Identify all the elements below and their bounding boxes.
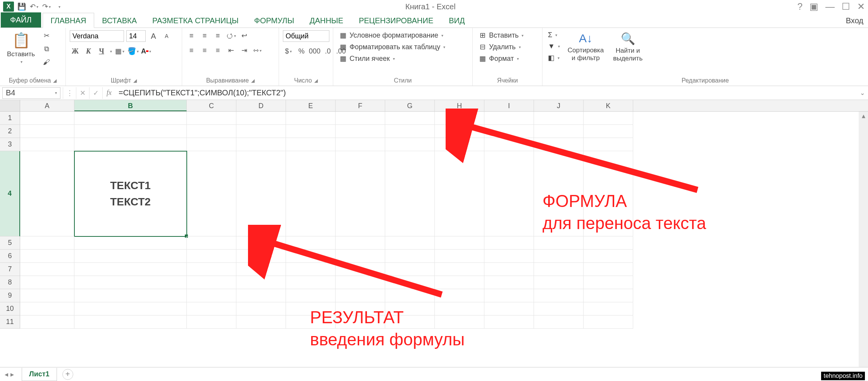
undo-icon[interactable]: ↶▾ — [29, 2, 39, 11]
minimise-icon[interactable]: — — [825, 1, 835, 12]
indent-increase-icon[interactable]: ⇥ — [239, 45, 250, 56]
sort-filter-button[interactable]: A↓ Сортировка и фильтр — [565, 30, 607, 64]
name-box[interactable]: B4 ▾ — [2, 87, 60, 99]
tab-data[interactable]: ДАННЫЕ — [302, 13, 351, 28]
close-icon[interactable]: ✕ — [857, 1, 865, 12]
autosum-button[interactable]: Σ▾ — [546, 30, 561, 40]
col-header-f[interactable]: F — [336, 100, 385, 111]
col-header-c[interactable]: C — [187, 100, 236, 111]
formula-options-icon[interactable]: ⋮ — [63, 87, 76, 99]
sheet-nav-next-icon[interactable]: ▸ — [10, 370, 14, 379]
cancel-formula-icon[interactable]: ✕ — [76, 87, 89, 99]
merge-center-icon[interactable]: ⇿▾ — [252, 45, 263, 56]
col-header-b[interactable]: B — [74, 100, 187, 111]
cell-styles-button[interactable]: ▦Стили ячеек▾ — [337, 53, 396, 64]
sheet-nav-prev-icon[interactable]: ◂ — [5, 370, 8, 379]
insert-function-icon[interactable]: fx — [102, 87, 115, 99]
font-size-combo[interactable] — [126, 30, 146, 42]
align-top-icon[interactable]: ≡ — [186, 30, 197, 41]
shrink-font-icon[interactable]: A — [161, 31, 172, 41]
col-header-d[interactable]: D — [236, 100, 286, 111]
qat-customise-icon[interactable]: ▾ — [54, 2, 64, 11]
insert-cells-button[interactable]: ⊞Вставить▾ — [477, 30, 525, 40]
font-name-combo[interactable] — [70, 30, 124, 42]
row-header-10[interactable]: 10 — [0, 302, 20, 315]
cell-b4[interactable]: ТЕКСТ1 ТЕКСТ2 — [74, 151, 187, 236]
fill-button[interactable]: ▼▾ — [546, 41, 561, 51]
comma-icon[interactable]: 000 — [309, 46, 320, 57]
indent-decrease-icon[interactable]: ⇤ — [226, 45, 236, 56]
row-header-1[interactable]: 1 — [0, 112, 20, 125]
save-icon[interactable]: 💾 — [17, 2, 26, 11]
cut-icon[interactable]: ✂ — [41, 30, 52, 41]
tab-view[interactable]: ВИД — [441, 13, 472, 28]
formula-input[interactable] — [115, 87, 856, 99]
bold-button[interactable]: Ж — [70, 46, 81, 57]
redo-icon[interactable]: ↷▾ — [42, 2, 51, 11]
tab-formulas[interactable]: ФОРМУЛЫ — [246, 13, 302, 28]
wrap-text-icon[interactable]: ↩ — [239, 30, 250, 41]
row-header-3[interactable]: 3 — [0, 138, 20, 151]
grow-font-icon[interactable]: A — [148, 31, 159, 41]
name-box-dropdown-icon[interactable]: ▾ — [55, 91, 57, 95]
clipboard-dialog-launcher-icon[interactable]: ◢ — [53, 78, 57, 83]
col-header-h[interactable]: H — [435, 100, 484, 111]
percent-icon[interactable]: % — [296, 46, 307, 57]
tab-review[interactable]: РЕЦЕНЗИРОВАНИЕ — [351, 13, 441, 28]
font-dialog-launcher-icon[interactable]: ◢ — [133, 78, 137, 83]
format-painter-icon[interactable]: 🖌 — [41, 57, 52, 67]
format-cells-button[interactable]: ▦Формат▾ — [477, 53, 520, 64]
italic-button[interactable]: К — [83, 46, 94, 57]
conditional-formatting-button[interactable]: ▦Условное форматирование▾ — [337, 30, 445, 40]
col-header-a[interactable]: A — [20, 100, 74, 111]
font-color-icon[interactable]: А▾ — [141, 46, 152, 57]
paste-button[interactable]: 📋 Вставить ▾ — [4, 30, 38, 66]
row-header-7[interactable]: 7 — [0, 263, 20, 276]
borders-icon[interactable]: ▦▾ — [114, 46, 125, 57]
tab-file[interactable]: ФАЙЛ — [1, 12, 41, 28]
copy-icon[interactable]: ⧉ — [41, 43, 52, 54]
align-center-icon[interactable]: ≡ — [199, 45, 210, 56]
clear-button[interactable]: ◧▾ — [546, 53, 561, 63]
row-header-8[interactable]: 8 — [0, 276, 20, 289]
vertical-scrollbar[interactable]: ▴ — [859, 112, 868, 371]
col-header-e[interactable]: E — [286, 100, 336, 111]
new-sheet-button[interactable]: + — [62, 369, 73, 380]
row-header-9[interactable]: 9 — [0, 289, 20, 302]
tab-home[interactable]: ГЛАВНАЯ — [43, 13, 95, 28]
select-all-corner[interactable] — [0, 100, 20, 111]
help-icon[interactable]: ? — [797, 1, 803, 12]
underline-button[interactable]: Ч — [96, 46, 107, 57]
align-bottom-icon[interactable]: ≡ — [212, 30, 223, 41]
col-header-i[interactable]: I — [484, 100, 534, 111]
tab-insert[interactable]: ВСТАВКА — [94, 13, 145, 28]
orientation-icon[interactable]: ⭯▾ — [226, 30, 236, 41]
row-header-6[interactable]: 6 — [0, 250, 20, 263]
maximise-icon[interactable]: ☐ — [842, 1, 850, 12]
align-left-icon[interactable]: ≡ — [186, 45, 197, 56]
row-header-2[interactable]: 2 — [0, 125, 20, 138]
sheet-tab-1[interactable]: Лист1 — [22, 368, 57, 381]
spreadsheet-grid[interactable]: A B C D E F G H I J K 1 2 3 4 ТЕКСТ1 ТЕК… — [0, 100, 868, 371]
number-dialog-launcher-icon[interactable]: ◢ — [314, 78, 318, 83]
expand-formula-bar-icon[interactable]: ⌄ — [856, 89, 868, 97]
row-header-4[interactable]: 4 — [0, 151, 20, 236]
currency-icon[interactable]: $▾ — [283, 46, 294, 57]
tab-page-layout[interactable]: РАЗМЕТКА СТРАНИЦЫ — [145, 13, 246, 28]
align-right-icon[interactable]: ≡ — [212, 45, 223, 56]
row-header-11[interactable]: 11 — [0, 315, 20, 329]
align-middle-icon[interactable]: ≡ — [199, 30, 210, 41]
increase-decimal-icon[interactable]: .0 — [322, 46, 333, 57]
col-header-k[interactable]: K — [584, 100, 633, 111]
sign-in-link[interactable]: Вход — [846, 16, 863, 25]
alignment-dialog-launcher-icon[interactable]: ◢ — [251, 78, 255, 83]
col-header-j[interactable]: J — [534, 100, 584, 111]
col-header-g[interactable]: G — [385, 100, 435, 111]
delete-cells-button[interactable]: ⊟Удалить▾ — [477, 42, 522, 52]
ribbon-options-icon[interactable]: ▣ — [809, 1, 818, 12]
find-select-button[interactable]: 🔍 Найти и выделить — [610, 30, 646, 64]
fill-color-icon[interactable]: 🪣▾ — [127, 46, 138, 57]
number-format-combo[interactable] — [283, 30, 329, 42]
scroll-up-icon[interactable]: ▴ — [859, 112, 868, 120]
enter-formula-icon[interactable]: ✓ — [89, 87, 102, 99]
